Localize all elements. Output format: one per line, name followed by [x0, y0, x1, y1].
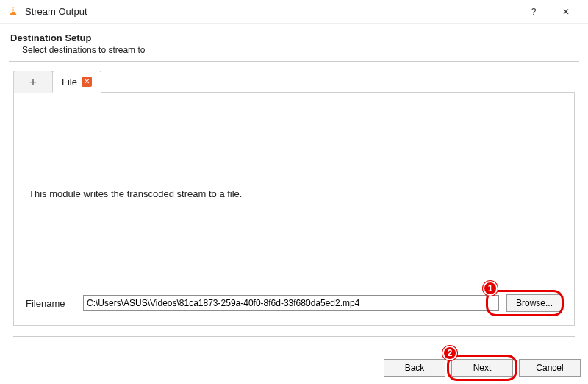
filename-input[interactable]: [83, 295, 499, 311]
annotation-badge-1: 1: [483, 281, 498, 296]
module-description: This module writes the transcoded stream…: [29, 188, 242, 199]
next-button[interactable]: Next: [451, 359, 513, 377]
footer-divider: [13, 336, 575, 337]
tab-file[interactable]: File ✕: [52, 71, 101, 93]
cancel-button[interactable]: Cancel: [519, 359, 581, 377]
svg-marker-3: [10, 13, 17, 15]
back-button[interactable]: Back: [384, 359, 445, 377]
content-area: Destination Setup Select destinations to…: [0, 24, 588, 337]
browse-button[interactable]: Browse...: [506, 294, 562, 312]
svg-rect-1: [12, 8, 15, 9]
annotation-badge-2: 2: [442, 346, 457, 360]
help-button[interactable]: ?: [517, 0, 550, 24]
tab-file-label: File: [62, 77, 77, 88]
section-subheading: Select destinations to stream to: [22, 45, 581, 55]
filename-label: Filename: [26, 298, 76, 309]
divider: [9, 61, 579, 62]
close-window-button[interactable]: ✕: [550, 0, 582, 24]
destination-tabs: + File ✕: [13, 69, 581, 93]
close-tab-icon[interactable]: ✕: [82, 77, 92, 87]
filename-row: Filename Browse...: [26, 294, 562, 312]
add-destination-tab[interactable]: +: [13, 71, 53, 93]
window-title: Stream Output: [25, 6, 517, 17]
title-bar: Stream Output ? ✕: [0, 0, 588, 24]
svg-marker-0: [12, 7, 15, 13]
vlc-cone-icon: [7, 6, 19, 18]
file-destination-panel: This module writes the transcoded stream…: [13, 92, 575, 326]
dialog-footer: Back Next Cancel: [384, 359, 581, 377]
section-heading: Destination Setup: [10, 32, 581, 43]
svg-rect-2: [12, 10, 15, 11]
